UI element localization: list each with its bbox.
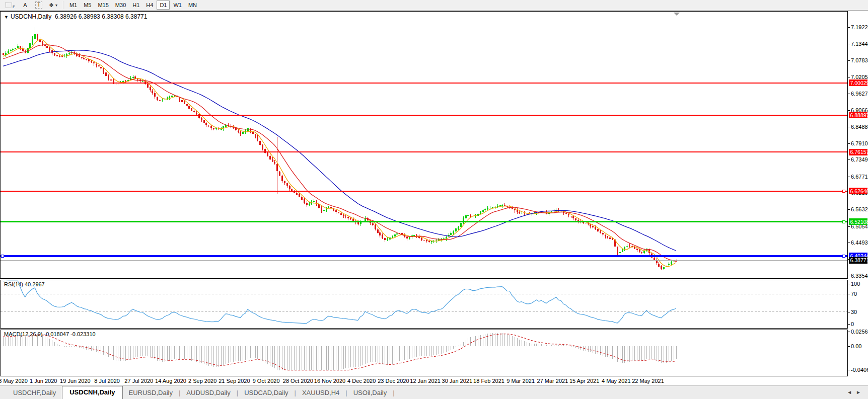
rsi-panel-canvas[interactable]: 10070300 (0, 280, 868, 329)
chart-tab-bar: USDCHF,DailyUSDCNH,DailyEURUSD,Daily|AUD… (0, 385, 868, 399)
macd-tick: -0.04068 (851, 367, 868, 373)
price-label-text: 7.00029 (850, 80, 868, 86)
macd-label: MACD(12,26,9) -0.018047 -0.023310 (4, 331, 96, 337)
date-axis: 13 May 20201 Jun 202019 Jun 20208 Jul 20… (0, 377, 848, 385)
timeframe-button-h1[interactable]: H1 (129, 1, 142, 10)
price-tick: 7.02050 (851, 74, 868, 80)
tab-separator: | (393, 389, 394, 399)
grid-f-icon (6, 3, 12, 8)
tab-usdcad-daily[interactable]: USDCAD,Daily (238, 387, 294, 399)
price-tick: 6.56320 (851, 206, 868, 212)
line-handle[interactable] (843, 190, 845, 192)
chart-ohlc-values: 6.38926 6.38983 6.38308 6.38771 (55, 13, 148, 20)
price-label-text: 6.52108 (850, 219, 868, 225)
price-chart-canvas[interactable]: 7.192207.134407.078307.020506.962706.906… (0, 11, 868, 279)
price-tick: 6.79100 (851, 140, 868, 146)
rsi-tick: 0 (851, 321, 854, 327)
tab-usdchf-daily[interactable]: USDCHF,Daily (7, 387, 62, 399)
timeframe-button-m15[interactable]: M15 (95, 1, 111, 10)
text-box-button[interactable]: T (32, 1, 45, 10)
date-label: 16 Nov 2020 (314, 378, 345, 384)
macd-name: MACD(12,26,9) (4, 331, 42, 337)
macd-tick: 0.00 (851, 343, 861, 349)
macd-tick: 0.025623 (851, 330, 868, 335)
date-label: 30 Jan 2021 (442, 378, 473, 384)
date-label: 13 May 2020 (0, 378, 28, 384)
chart-dropdown-icon[interactable]: ▼ (4, 15, 9, 20)
date-label: 4 May 2021 (602, 378, 630, 384)
price-label-text: 6.62646 (850, 188, 868, 194)
timeframe-button-w1[interactable]: W1 (170, 1, 185, 10)
date-label: 14 Aug 2020 (155, 378, 186, 384)
chart-window: 7.192207.134407.078307.020506.962706.906… (0, 11, 868, 385)
line-handle[interactable] (843, 255, 845, 257)
date-label: 18 Feb 2021 (473, 378, 504, 384)
price-label-text: 6.76157 (850, 149, 868, 155)
timeframe-button-d1[interactable]: D1 (157, 1, 170, 10)
date-label: 9 Mar 2021 (507, 378, 535, 384)
rsi-current-value: 40.2967 (25, 281, 45, 287)
tab-eurusd-daily[interactable]: EURUSD,Daily (123, 387, 179, 399)
chart-symbol-title: USDCNH,Daily (11, 13, 51, 20)
price-tick: 7.13440 (851, 41, 868, 47)
shapes-button[interactable]: ❖▾ (46, 1, 60, 10)
line-handle[interactable] (2, 255, 4, 257)
top-toolbar: FAT❖▾M1M5M15M30H1H4D1W1MN (0, 0, 868, 11)
price-tick: 6.67710 (851, 174, 868, 180)
text-label-button[interactable]: A (19, 1, 32, 10)
timeframe-button-m5[interactable]: M5 (81, 1, 94, 10)
rsi-tick: 100 (851, 281, 860, 287)
line-handle[interactable] (843, 220, 845, 223)
date-label: 4 Dec 2020 (347, 378, 376, 384)
date-label: 22 May 2021 (632, 378, 664, 384)
tab-scroll-right-icon[interactable]: ► (856, 389, 865, 395)
timeframe-button-mn[interactable]: MN (185, 1, 200, 10)
price-tick: 6.73490 (851, 156, 868, 163)
chart-grid-button[interactable]: F (3, 1, 18, 10)
grid-f-letter: F (13, 5, 15, 9)
text-box-icon: T (35, 2, 42, 9)
rsi-tick: 30 (851, 309, 857, 315)
date-label: 19 Jun 2020 (60, 378, 91, 384)
date-label: 1 Jun 2020 (30, 378, 57, 384)
date-label: 23 Dec 2020 (378, 378, 409, 384)
price-tick: 7.19220 (851, 24, 868, 30)
rsi-tick: 70 (851, 291, 857, 297)
date-label: 12 Jan 2021 (410, 378, 441, 384)
date-label: 15 Apr 2021 (569, 378, 599, 384)
tab-usoil-daily[interactable]: USOil,Daily (347, 387, 393, 399)
tab-usdcnh-daily[interactable]: USDCNH,Daily (62, 386, 122, 399)
rsi-name: RSI(14) (4, 281, 23, 287)
price-tick: 6.44930 (851, 240, 868, 246)
date-label: 9 Oct 2020 (253, 378, 280, 384)
chart-shift-marker[interactable] (674, 13, 680, 16)
price-tick: 6.96270 (851, 91, 868, 97)
tab-audusd-daily[interactable]: AUDUSD,Daily (180, 387, 236, 399)
macd-current-values: -0.018047 -0.023310 (44, 331, 95, 337)
date-label: 27 Jul 2020 (124, 378, 153, 384)
timeframe-button-h4[interactable]: H4 (143, 1, 156, 10)
tab-xauusd-h4[interactable]: XAUUSD,H4 (296, 387, 345, 399)
date-label: 21 Sep 2020 (219, 378, 250, 384)
price-tick: 6.84880 (851, 124, 868, 130)
rsi-label: RSI(14) 40.2967 (4, 281, 45, 287)
price-tick: 7.07830 (851, 57, 868, 63)
date-label: 2 Sep 2020 (188, 378, 216, 384)
price-label-text: 6.88897 (850, 112, 868, 118)
chart-title-bar: ▼USDCNH,Daily 6.38926 6.38983 6.38308 6.… (4, 13, 147, 20)
toolbar-separator (63, 1, 64, 9)
date-label: 27 Mar 2021 (537, 378, 568, 384)
macd-panel-canvas[interactable]: 0.0256230.00-0.04068 (0, 330, 868, 376)
date-label: 8 Jul 2020 (94, 378, 120, 384)
tab-scroll-left-icon[interactable]: ◄ (847, 389, 856, 395)
dropdown-caret-icon[interactable]: ▾ (55, 3, 57, 8)
timeframe-button-m1[interactable]: M1 (66, 1, 80, 10)
date-label: 28 Oct 2020 (283, 378, 313, 384)
price-label-text: 6.38771 (850, 257, 868, 263)
price-tick: 6.33540 (851, 273, 868, 279)
timeframe-button-m30[interactable]: M30 (112, 1, 129, 10)
